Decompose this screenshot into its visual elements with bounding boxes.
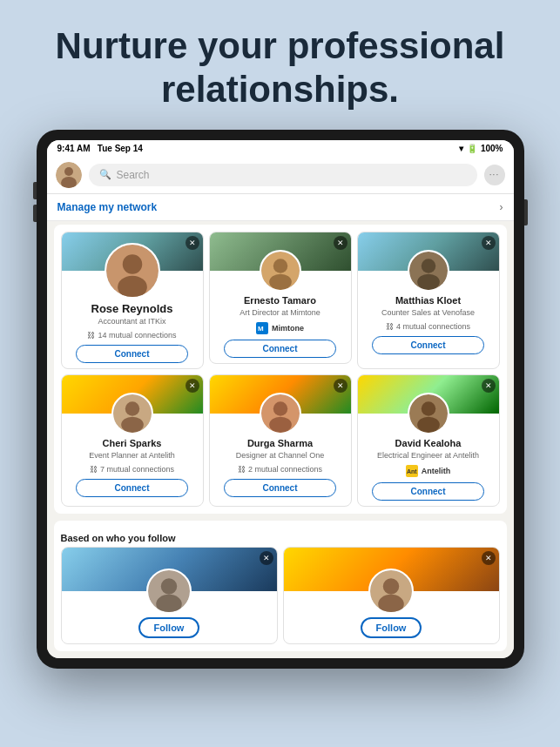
svg-point-1 [64,167,73,176]
title-rose: Accountant at ITKix [62,315,203,329]
name-david: David Kealoha [358,438,499,449]
close-button-ernesto[interactable]: ✕ [334,236,347,250]
title-david: Electrical Engineer at Antelith [358,449,499,463]
title-matthias: Counter Sales at Venofase [358,306,499,320]
connect-button-rose[interactable]: Connect [76,345,189,363]
people-you-may-know-section: ✕ Rose Reynolds Accountant at ITKix [54,225,507,514]
name-rose: Rose Reynolds [62,302,203,316]
avatar-rose [105,243,160,299]
avatar-image-ernesto [261,252,300,290]
svg-point-13 [417,273,440,289]
user-avatar[interactable] [56,162,82,188]
battery-icon: 🔋 [467,144,477,153]
status-bar: 9:41 AM Tue Sep 14 ▾ 🔋 100% [47,140,514,157]
svg-point-22 [417,417,440,433]
chevron-right-icon: › [500,201,503,213]
title-ernesto: Art Director at Mimtone [210,306,351,320]
company-ernesto: M Mimtone [210,320,351,336]
person-card-rose: ✕ Rose Reynolds Accountant at ITKix [61,232,204,369]
search-icon: 🔍 [99,169,111,180]
svg-text:M: M [258,325,264,333]
follow-button-1[interactable]: Follow [138,617,200,638]
close-button-follow-2[interactable]: ✕ [482,551,496,565]
avatar-ernesto [260,250,301,292]
based-on-follow-title: Based on who you follow [61,528,500,547]
svg-point-12 [421,259,435,273]
connections-icon-cheri: ⛓ [90,465,98,474]
avatar-image-cheri [113,394,152,433]
title-cheri: Event Planner at Antelith [62,449,203,463]
status-icons: ▾ 🔋 100% [459,144,503,153]
name-matthias: Matthias Kloet [358,295,499,306]
follow-button-2[interactable]: Follow [361,617,422,638]
svg-point-18 [273,401,287,416]
right-top-column: ✕ Ernesto Tamaro [209,232,352,369]
hero-title: Nurture your professional relationships. [0,0,560,130]
people-cards-grid: ✕ Rose Reynolds Accountant at ITKix [61,232,500,369]
svg-point-16 [121,417,144,433]
svg-text:Ant: Ant [407,468,417,474]
close-button-david[interactable]: ✕ [482,379,496,393]
svg-point-26 [161,578,177,594]
device-mockup: 9:41 AM Tue Sep 14 ▾ 🔋 100% [37,130,524,669]
name-ernesto: Ernesto Tamaro [210,295,351,306]
close-button-matthias[interactable]: ✕ [482,236,496,250]
close-button-durga[interactable]: ✕ [334,379,347,393]
svg-point-15 [125,401,139,416]
connect-button-durga[interactable]: Connect [224,479,337,497]
svg-point-21 [421,401,435,416]
tablet-frame: 9:41 AM Tue Sep 14 ▾ 🔋 100% [37,130,524,669]
person-card-ernesto: ✕ Ernesto Tamaro [209,232,352,364]
avatar-image-david [409,394,448,433]
person-card-cheri: ✕ Cheri Sparks Event Planner at Ante [61,374,204,507]
follow-card-2: ✕ Follow [283,547,500,644]
name-cheri: Cheri Sparks [62,438,203,449]
svg-point-7 [273,259,287,273]
company-david: Ant Antelith [358,463,499,479]
tablet-screen: 9:41 AM Tue Sep 14 ▾ 🔋 100% [47,140,514,658]
title-durga: Designer at Channel One [210,449,351,463]
follow-avatar-image-2 [370,570,412,612]
avatar-matthias [408,250,449,292]
connections-icon-matthias: ⛓ [386,322,394,331]
manage-network-bar[interactable]: Manage my network › [47,194,514,221]
avatar-image-durga [261,394,300,433]
person-card-durga: ✕ Durga Sharma Designer at Channel O [209,374,352,507]
avatar-image-rose [106,245,159,297]
connect-button-david[interactable]: Connect [372,482,485,501]
follow-avatar-image-1 [148,570,190,612]
follow-avatar-1 [146,569,192,614]
close-button-cheri[interactable]: ✕ [186,379,199,393]
connect-button-cheri[interactable]: Connect [76,479,189,497]
svg-point-8 [269,273,292,289]
connections-icon-rose: ⛓ [87,331,95,340]
nav-bar: 🔍 Search ··· [47,157,514,194]
connect-button-matthias[interactable]: Connect [372,336,485,354]
search-bar[interactable]: 🔍 Search [89,164,477,186]
person-card-matthias: ✕ Matthias Kloet Counter Sales at Ve [357,232,500,369]
volume-down-button [33,205,37,222]
company-logo-david: Ant [406,465,418,477]
people-cards-grid-row2: ✕ Cheri Sparks Event Planner at Ante [61,374,500,507]
connect-button-ernesto[interactable]: Connect [224,340,337,358]
close-button-follow-1[interactable]: ✕ [260,551,273,565]
close-button-rose[interactable]: ✕ [186,236,199,250]
content-area: ✕ Rose Reynolds Accountant at ITKix [47,225,514,658]
connections-cheri: ⛓ 7 mutual connections [62,463,203,475]
person-card-david: ✕ David Kealoha Electrical Engineer [357,374,500,507]
status-time: 9:41 AM Tue Sep 14 [57,144,143,153]
connections-matthias: ⛓ 4 mutual connections [358,320,499,333]
company-name-david: Antelith [422,467,451,475]
connections-icon-durga: ⛓ [238,465,246,474]
menu-button[interactable]: ··· [484,165,505,185]
svg-point-29 [383,578,399,594]
avatar-image [56,162,82,188]
based-on-follow-section: Based on who you follow ✕ [54,521,507,651]
volume-up-button [33,182,37,199]
avatar-durga [260,393,301,434]
company-name-ernesto: Mimtone [272,324,304,333]
manage-network-label: Manage my network [57,201,158,213]
avatar-image-matthias [409,252,448,290]
svg-point-19 [269,417,292,433]
follow-avatar-2 [368,569,414,614]
